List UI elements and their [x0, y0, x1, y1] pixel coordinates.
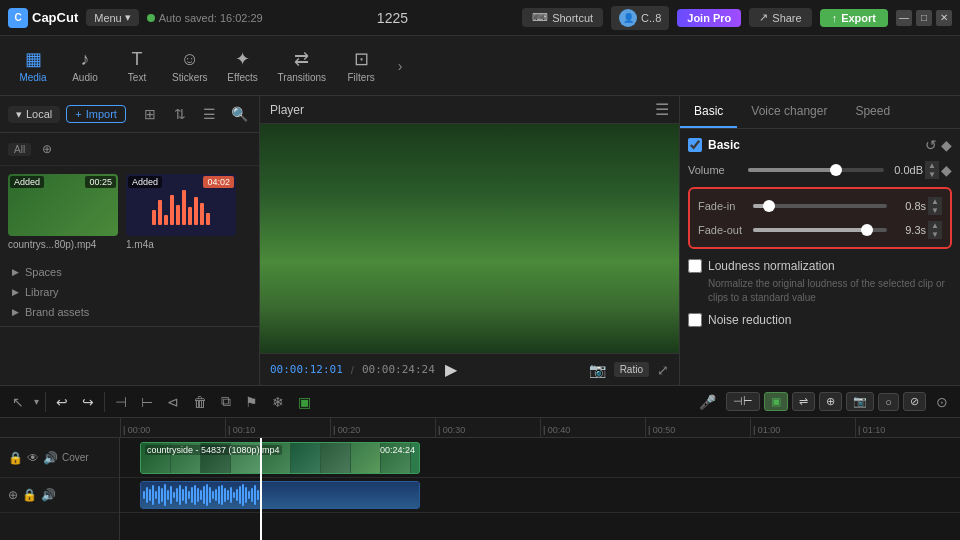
keyframe-button[interactable]: ◆: [941, 137, 952, 153]
camera-btn[interactable]: 📷: [846, 392, 874, 411]
shortcut-button[interactable]: ⌨ Shortcut: [522, 8, 603, 27]
timeline-body: 🔒 👁 🔊 Cover ⊕ 🔒 🔊: [0, 438, 960, 540]
lock-btn[interactable]: ⊕: [819, 392, 842, 411]
volume-slider[interactable]: [748, 168, 884, 172]
media-item-audio[interactable]: Added 04:02 1.m4a: [126, 174, 236, 250]
player-menu-button[interactable]: ☰: [655, 100, 669, 119]
tab-voice-changer[interactable]: Voice changer: [737, 96, 841, 128]
maximize-button[interactable]: □: [916, 10, 932, 26]
wave-bar: [257, 490, 259, 500]
cut-left-button[interactable]: ⊲: [163, 392, 183, 412]
video-track-lock-icon[interactable]: 🔒: [8, 451, 23, 465]
undo-button[interactable]: ↩: [52, 392, 72, 412]
nav-arrow-library: ▶: [12, 287, 19, 297]
toolbar-item-text[interactable]: T Text: [112, 45, 162, 87]
wave-bar: [176, 488, 178, 502]
fade-in-slider[interactable]: [753, 204, 887, 208]
ratio-button[interactable]: Ratio: [614, 362, 649, 377]
fade-in-stepper[interactable]: ▲ ▼: [928, 197, 942, 215]
video-track-mute-icon[interactable]: 🔊: [43, 451, 58, 465]
mic-button[interactable]: 🎤: [695, 392, 720, 412]
volume-keyframe-button[interactable]: ◆: [941, 162, 952, 178]
trash-btn[interactable]: ⊘: [903, 392, 926, 411]
search-button[interactable]: 🔍: [227, 102, 251, 126]
select-tool[interactable]: ↖: [8, 392, 28, 412]
delete-button[interactable]: 🗑: [189, 392, 211, 412]
grid-view-button[interactable]: ⊞: [138, 102, 162, 126]
video-clip[interactable]: countryside - 54837 (1080p).mp4 00:24:24: [140, 442, 420, 474]
fade-in-increment[interactable]: ▲: [928, 197, 942, 206]
sidebar-nav-library[interactable]: ▶ Library: [0, 282, 259, 302]
audio-track-mute-icon[interactable]: 🔊: [41, 488, 56, 502]
settings-btn[interactable]: ⊙: [932, 392, 952, 412]
tab-basic[interactable]: Basic: [680, 96, 737, 128]
snapshot-button[interactable]: 📷: [589, 362, 606, 378]
video-track-eye-icon[interactable]: 👁: [27, 451, 39, 465]
noise-header: Noise reduction: [688, 313, 952, 327]
toolbar-item-media[interactable]: ▦ Media: [8, 44, 58, 87]
profile-button[interactable]: 👤 C..8: [611, 6, 669, 30]
sort-button[interactable]: ⇅: [168, 102, 192, 126]
toolbar-item-audio[interactable]: ♪ Audio: [60, 45, 110, 87]
filter-row: All ⊕: [0, 133, 259, 166]
play-button[interactable]: ▶: [443, 358, 459, 381]
toolbar-item-filters[interactable]: ⊡ Filters: [336, 44, 386, 87]
autosave-status: Auto saved: 16:02:29: [147, 12, 263, 24]
freeze-button[interactable]: ❄: [268, 392, 288, 412]
menu-button[interactable]: Menu ▾: [86, 9, 139, 26]
copy-button[interactable]: ⧉: [217, 391, 235, 412]
link-btn[interactable]: ⇌: [792, 392, 815, 411]
tab-speed[interactable]: Speed: [841, 96, 904, 128]
filter-options-button[interactable]: ⊕: [35, 137, 59, 161]
fade-in-val-text: 0.8s: [905, 200, 926, 212]
filter-button[interactable]: ☰: [197, 102, 221, 126]
split-button[interactable]: ⊣: [111, 392, 131, 412]
toolbar-more-button[interactable]: ›: [388, 54, 412, 78]
basic-section-header: Basic ↺ ◆: [688, 137, 952, 153]
export-button[interactable]: ↑ Export: [820, 9, 888, 27]
all-filter-tag[interactable]: All: [8, 143, 31, 156]
loudness-checkbox[interactable]: [688, 259, 702, 273]
toolbar-item-effects[interactable]: ✦ Effects: [218, 44, 268, 87]
timeline-tracks[interactable]: countryside - 54837 (1080p).mp4 00:24:24: [120, 438, 960, 540]
import-button[interactable]: + Import: [66, 105, 126, 123]
fade-in-decrement[interactable]: ▼: [928, 206, 942, 215]
split-end-button[interactable]: ⊢: [137, 392, 157, 412]
join-pro-button[interactable]: Join Pro: [677, 9, 741, 27]
fade-out-slider[interactable]: [753, 228, 887, 232]
close-button[interactable]: ✕: [936, 10, 952, 26]
fade-out-increment[interactable]: ▲: [928, 221, 942, 230]
fade-section: Fade-in 0.8s ▲ ▼ Fade-out: [688, 187, 952, 249]
basic-checkbox[interactable]: [688, 138, 702, 152]
volume-val-text: 0.0dB: [894, 164, 923, 176]
split-clip-btn[interactable]: ⊣⊢: [726, 392, 760, 411]
volume-label: Volume: [688, 164, 748, 176]
minimize-button[interactable]: —: [896, 10, 912, 26]
sidebar-nav-brand-assets[interactable]: ▶ Brand assets: [0, 302, 259, 322]
audio-track-lock-icon[interactable]: 🔒: [22, 488, 37, 502]
volume-stepper[interactable]: ▲ ▼: [925, 161, 939, 179]
ruler-mark-5: | 00:50: [645, 418, 750, 437]
audio-track-expand-icon[interactable]: ⊕: [8, 488, 18, 502]
audio-clip[interactable]: [140, 481, 420, 509]
noise-checkbox[interactable]: [688, 313, 702, 327]
total-time: 00:00:24:24: [362, 363, 435, 376]
media-item-video[interactable]: Added 00:25 countrys...80p).mp4: [8, 174, 118, 250]
toolbar-item-transitions[interactable]: ⇄ Transitions: [270, 44, 335, 87]
fade-out-decrement[interactable]: ▼: [928, 230, 942, 239]
player-video[interactable]: [260, 124, 679, 353]
share-button[interactable]: ↗ Share: [749, 8, 811, 27]
fade-out-stepper[interactable]: ▲ ▼: [928, 221, 942, 239]
local-button[interactable]: ▾ Local: [8, 106, 60, 123]
sidebar-nav-spaces[interactable]: ▶ Spaces: [0, 262, 259, 282]
record-button[interactable]: ▣: [294, 392, 315, 412]
volume-decrement[interactable]: ▼: [925, 170, 939, 179]
volume-increment[interactable]: ▲: [925, 161, 939, 170]
toolbar-item-stickers[interactable]: ☺ Stickers: [164, 45, 216, 87]
mute-btn[interactable]: ○: [878, 393, 899, 411]
flag-button[interactable]: ⚑: [241, 392, 262, 412]
reset-button[interactable]: ↺: [925, 137, 937, 153]
redo-button[interactable]: ↪: [78, 392, 98, 412]
fullscreen-button[interactable]: ⤢: [657, 362, 669, 378]
cut-mode-btn[interactable]: ▣: [764, 392, 788, 411]
